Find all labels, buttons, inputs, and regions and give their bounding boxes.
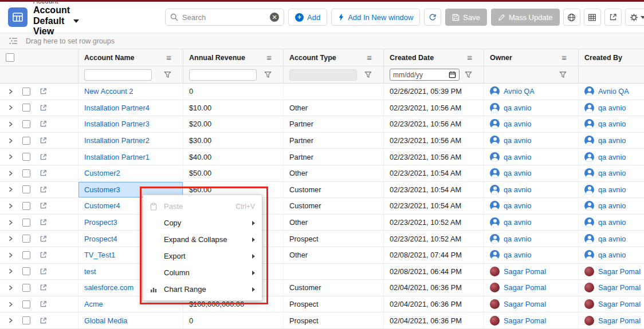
account-name-link[interactable]: TV_Test1	[84, 251, 115, 259]
row-checkbox[interactable]	[22, 267, 30, 275]
open-record-icon[interactable]	[40, 88, 47, 95]
created-by-link[interactable]: Sagar Pomal	[598, 300, 641, 308]
owner-link[interactable]: qa avnio	[504, 218, 531, 227]
account-name-cell[interactable]: New Account 2	[78, 84, 183, 100]
row-checkbox[interactable]	[22, 153, 30, 161]
context-menu-item-chart-range[interactable]: Chart Range	[143, 281, 262, 298]
row-expand-chevron-icon[interactable]	[8, 89, 13, 94]
row-expand-chevron-icon[interactable]	[8, 302, 13, 307]
row-checkbox[interactable]	[22, 104, 30, 112]
owner-link[interactable]: qa avnio	[504, 235, 531, 243]
account-name-link[interactable]: Installation Partner2	[84, 136, 150, 145]
account-name-link[interactable]: test	[84, 267, 96, 276]
context-menu-item-paste[interactable]: Paste Ctrl+V	[143, 198, 262, 215]
filter-funnel-icon[interactable]	[559, 71, 567, 78]
account-name-cell[interactable]: Installation Partner3	[78, 116, 183, 132]
account-name-link[interactable]: Customer4	[84, 201, 120, 210]
owner-link[interactable]: Sagar Pomal	[504, 300, 546, 308]
table-view-button[interactable]	[584, 9, 601, 26]
open-record-icon[interactable]	[40, 219, 47, 226]
owner-link[interactable]: Sagar Pomal	[504, 267, 546, 276]
account-name-link[interactable]: salesforce.com	[84, 283, 133, 292]
open-in-new-window-button[interactable]	[604, 9, 622, 26]
header-created-by[interactable]: Created By ≡	[579, 49, 644, 66]
calendar-icon[interactable]	[449, 71, 456, 78]
row-expand-chevron-icon[interactable]	[8, 105, 13, 110]
open-record-icon[interactable]	[40, 202, 47, 209]
row-checkbox[interactable]	[22, 284, 30, 292]
row-expand-chevron-icon[interactable]	[8, 236, 13, 241]
row-expand-chevron-icon[interactable]	[8, 187, 13, 192]
row-group-drop-zone[interactable]: Drag here to set row groups	[0, 33, 644, 49]
filter-funnel-icon[interactable]	[364, 71, 372, 78]
created-by-link[interactable]: qa avnio	[598, 169, 626, 177]
view-title[interactable]: Account Default View	[33, 5, 79, 37]
search-box[interactable]: ✕	[165, 9, 284, 26]
account-name-link[interactable]: Installation Partner4	[84, 104, 150, 112]
owner-link[interactable]: qa avnio	[504, 136, 531, 145]
open-record-icon[interactable]	[40, 186, 47, 193]
account-name-link[interactable]: Customer3	[84, 185, 120, 194]
row-expand-chevron-icon[interactable]	[8, 171, 13, 176]
header-account-type[interactable]: Account Type ≡	[284, 49, 384, 66]
row-expand-chevron-icon[interactable]	[8, 318, 13, 323]
row-expand-chevron-icon[interactable]	[8, 154, 13, 160]
filter-funnel-icon[interactable]	[465, 71, 472, 78]
row-checkbox[interactable]	[22, 219, 30, 227]
owner-link[interactable]: qa avnio	[504, 153, 531, 161]
view-dropdown-caret-icon[interactable]	[73, 19, 79, 23]
row-checkbox[interactable]	[22, 235, 30, 243]
owner-link[interactable]: qa avnio	[504, 251, 531, 259]
filter-date-input[interactable]: mm/dd/yy	[390, 69, 460, 81]
save-button[interactable]: Save	[445, 9, 487, 26]
created-by-link[interactable]: qa avnio	[598, 136, 626, 145]
open-record-icon[interactable]	[40, 120, 47, 128]
settings-button[interactable]	[625, 9, 644, 26]
header-owner[interactable]: Owner ≡	[484, 49, 579, 66]
created-by-link[interactable]: Sagar Pomal	[598, 267, 641, 276]
add-in-new-window-button[interactable]: Add In New window	[331, 9, 420, 26]
account-name-cell[interactable]: Customer2	[78, 165, 183, 181]
select-all-checkbox[interactable]	[6, 53, 14, 62]
open-record-icon[interactable]	[40, 137, 47, 144]
context-menu-item-column[interactable]: Column	[143, 264, 262, 281]
open-record-icon[interactable]	[40, 300, 47, 308]
row-expand-chevron-icon[interactable]	[8, 121, 13, 127]
header-created-date[interactable]: Created Date ≡	[384, 49, 484, 66]
created-by-link[interactable]: qa avnio	[598, 201, 626, 210]
column-menu-icon[interactable]: ≡	[166, 53, 171, 62]
column-menu-icon[interactable]: ≡	[561, 53, 567, 62]
owner-link[interactable]: qa avnio	[504, 185, 531, 194]
row-checkbox[interactable]	[22, 316, 30, 324]
open-record-icon[interactable]	[40, 104, 47, 112]
row-expand-chevron-icon[interactable]	[8, 285, 13, 291]
open-record-icon[interactable]	[40, 317, 47, 324]
created-by-link[interactable]: qa avnio	[598, 104, 626, 112]
owner-link[interactable]: Sagar Pomal	[504, 283, 546, 292]
column-menu-icon[interactable]: ≡	[467, 53, 472, 62]
row-expand-chevron-icon[interactable]	[8, 203, 13, 209]
owner-link[interactable]: Sagar Pomal	[504, 316, 546, 325]
row-checkbox[interactable]	[22, 169, 30, 177]
account-name-link[interactable]: New Account 2	[84, 87, 133, 96]
account-name-link[interactable]: Prospect3	[84, 218, 117, 227]
created-by-link[interactable]: qa avnio	[598, 218, 626, 227]
created-by-link[interactable]: qa avnio	[598, 235, 626, 243]
open-record-icon[interactable]	[40, 235, 47, 243]
row-expand-chevron-icon[interactable]	[8, 138, 13, 144]
account-name-link[interactable]: Acme	[84, 300, 103, 308]
created-by-link[interactable]: Sagar Pomal	[598, 316, 641, 325]
row-checkbox[interactable]	[22, 300, 30, 308]
row-expand-chevron-icon[interactable]	[8, 252, 13, 258]
column-menu-icon[interactable]: ≡	[266, 53, 272, 62]
mass-update-button[interactable]: Mass Update	[491, 9, 560, 26]
owner-link[interactable]: qa avnio	[504, 104, 531, 112]
filter-annual-revenue-input[interactable]	[189, 69, 257, 81]
row-expand-chevron-icon[interactable]	[8, 268, 13, 274]
refresh-button[interactable]	[424, 9, 441, 26]
account-name-link[interactable]: Installation Partner1	[84, 153, 150, 161]
account-name-cell[interactable]: Global Media	[78, 312, 183, 328]
globe-button[interactable]	[563, 9, 580, 26]
row-checkbox[interactable]	[22, 202, 30, 210]
created-by-link[interactable]: Sagar Pomal	[598, 283, 641, 292]
